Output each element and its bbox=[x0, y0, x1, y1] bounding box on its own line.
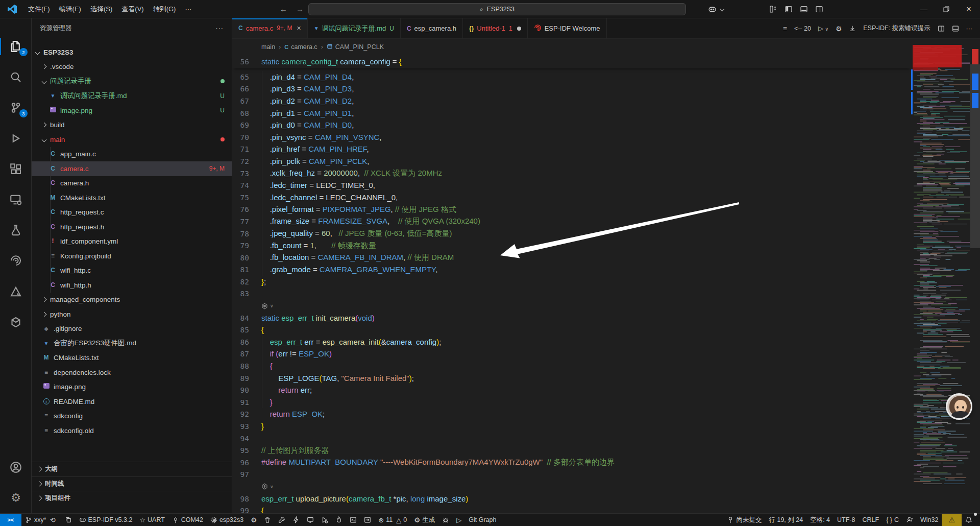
action-run-settings[interactable]: ⚙ bbox=[832, 25, 845, 33]
status-problems[interactable]: ⊗11△0 bbox=[375, 514, 410, 526]
status-terminal[interactable] bbox=[346, 514, 360, 526]
code-row[interactable]: 92 return ESP_OK; bbox=[232, 409, 911, 421]
tree-item-README.md[interactable]: iREADME.md bbox=[32, 394, 232, 409]
action-run-c-file[interactable]: ▷ ∨ bbox=[815, 25, 832, 32]
tree-item-[interactable]: 问题记录手册 bbox=[32, 74, 232, 89]
code-line-text[interactable]: return err; bbox=[261, 386, 312, 395]
status-language-mode[interactable]: { }C bbox=[883, 514, 902, 526]
code-line-text[interactable]: .pin_vsync = CAM_PIN_VSYNC, bbox=[261, 133, 382, 142]
tree-item-app_main.c[interactable]: Capp_main.c bbox=[32, 147, 232, 162]
status-duplicate-session[interactable] bbox=[61, 514, 76, 526]
activity-testing[interactable] bbox=[0, 219, 32, 242]
status-espidf-version[interactable]: ESP-IDF v5.3.2 bbox=[76, 514, 136, 526]
code-area[interactable]: 65 .pin_d4 = CAM_PIN_D4,66 .pin_d3 = CAM… bbox=[232, 71, 911, 513]
status-eol[interactable]: CRLF bbox=[859, 514, 883, 526]
code-line-text[interactable]: ESP_LOGE(TAG, "Camera Init Failed"); bbox=[261, 374, 414, 383]
tab-camera.c[interactable]: Ccamera.c9+, M× bbox=[232, 18, 308, 38]
activity-espidf-tools[interactable] bbox=[0, 280, 32, 303]
customize-layout-icon[interactable] bbox=[766, 3, 781, 16]
status-remote[interactable]: >< bbox=[0, 514, 21, 526]
activity-search[interactable] bbox=[0, 65, 32, 89]
window-restore-button[interactable] bbox=[935, 0, 958, 18]
tree-item-camera.c[interactable]: Ccamera.c9+, M bbox=[32, 161, 232, 176]
code-line-text[interactable]: .pin_pclk = CAM_PIN_PCLK, bbox=[261, 157, 369, 166]
code-row[interactable]: 86 esp_err_t err = esp_camera_init(&came… bbox=[232, 336, 911, 348]
code-row[interactable]: 82}; bbox=[232, 276, 911, 288]
menu-F[interactable]: 文件(F) bbox=[23, 0, 55, 18]
code-row[interactable]: 80 .fb_location = CAMERA_FB_IN_DRAM, // … bbox=[232, 252, 911, 264]
action-outline-list[interactable]: ≡ bbox=[779, 25, 791, 33]
code-line-text[interactable]: .fb_location = CAMERA_FB_IN_DRAM, // 使用 … bbox=[261, 253, 454, 262]
code-line-text[interactable]: .ledc_channel = LEDC_CHANNEL_0, bbox=[261, 193, 398, 202]
nav-forward-icon[interactable]: → bbox=[292, 5, 308, 13]
tab-esp_camera.h[interactable]: Cesp_camera.h bbox=[401, 18, 463, 38]
status-erase-flash[interactable] bbox=[332, 514, 346, 526]
status-flash-method-uart[interactable]: ☆UART bbox=[136, 514, 168, 526]
line-number[interactable]: 80 bbox=[232, 254, 249, 262]
status-device-target[interactable]: esp32s3 bbox=[207, 514, 247, 526]
code-line-text[interactable]: .pin_d0 = CAM_PIN_D0, bbox=[261, 121, 354, 130]
code-row[interactable]: 72 .pin_pclk = CAM_PIN_PCLK, bbox=[232, 155, 911, 168]
tab-Untitled-1[interactable]: {}Untitled-11 bbox=[463, 18, 528, 38]
line-number[interactable]: 95 bbox=[232, 446, 249, 455]
status-bug[interactable] bbox=[438, 514, 453, 526]
line-number[interactable]: 71 bbox=[232, 145, 249, 153]
code-row[interactable]: 84static esp_err_t init_camera(void) bbox=[232, 312, 911, 324]
window-minimize-button[interactable]: — bbox=[913, 0, 935, 18]
tab-ESP-IDFWelcome[interactable]: ESP-IDF Welcome bbox=[528, 18, 607, 38]
menu-V[interactable]: 查看(V) bbox=[117, 0, 148, 18]
line-number[interactable]: 89 bbox=[232, 374, 249, 382]
code-line-text[interactable]: .ledc_timer = LEDC_TIMER_0, bbox=[261, 181, 375, 190]
tree-item-Kconfig.projbuild[interactable]: ≡Kconfig.projbuild bbox=[32, 249, 232, 264]
tree-item-wifi_http.h[interactable]: Cwifi_http.h bbox=[32, 278, 232, 293]
status-menuconfig[interactable]: ⚙ bbox=[247, 514, 260, 526]
line-number[interactable]: 94 bbox=[232, 435, 249, 443]
code-row[interactable]: 99{ bbox=[232, 505, 911, 513]
code-line-text[interactable]: esp_err_t err = esp_camera_init(&camera_… bbox=[261, 338, 441, 347]
section-timeline[interactable]: 时间线 bbox=[32, 476, 232, 491]
line-number[interactable]: 86 bbox=[232, 338, 249, 346]
code-line-text[interactable]: } bbox=[261, 398, 273, 407]
status-monitor[interactable] bbox=[303, 514, 317, 526]
code-row[interactable]: 93} bbox=[232, 420, 911, 433]
line-number[interactable]: 69 bbox=[232, 121, 249, 129]
status-esp-tool[interactable] bbox=[902, 514, 917, 526]
code-line-text[interactable]: { bbox=[261, 506, 264, 513]
sticky-scroll-line[interactable]: 56static camera_config_t camera_config =… bbox=[232, 55, 911, 68]
status-git-graph[interactable]: Git Graph bbox=[465, 514, 500, 526]
code-line-text[interactable]: .pin_d3 = CAM_PIN_D3, bbox=[261, 84, 354, 93]
editor-scrollbar[interactable] bbox=[970, 45, 980, 513]
action-more-actions[interactable]: ··· bbox=[963, 25, 976, 32]
status-warning-box[interactable]: ⚠ bbox=[942, 514, 962, 526]
status-encoding[interactable]: UTF-8 bbox=[834, 514, 859, 526]
code-row[interactable]: 75 .ledc_channel = LEDC_CHANNEL_0, bbox=[232, 192, 911, 204]
toggle-sidebar-icon[interactable] bbox=[781, 3, 796, 16]
code-row[interactable]: 69 .pin_d0 = CAM_PIN_D0, bbox=[232, 119, 911, 131]
code-line-text[interactable]: .frame_size = FRAMESIZE_SVGA, // 使用 QVGA… bbox=[261, 217, 480, 226]
status-build[interactable]: ⚙生成 bbox=[410, 514, 438, 526]
code-row[interactable]: 74 .ledc_timer = LEDC_TIMER_0, bbox=[232, 179, 911, 192]
code-row[interactable]: 70 .pin_vsync = CAM_PIN_VSYNC, bbox=[232, 131, 911, 144]
section-outline[interactable]: 大纲 bbox=[32, 462, 232, 476]
activity-account[interactable] bbox=[0, 456, 32, 479]
line-number[interactable]: 70 bbox=[232, 133, 249, 141]
line-number[interactable]: 82 bbox=[232, 278, 249, 286]
code-line-text[interactable]: .pin_d1 = CAM_PIN_D1, bbox=[261, 109, 354, 118]
action-install[interactable] bbox=[845, 25, 860, 32]
action-espidf-search-error[interactable]: ESP-IDF: 搜索错误提示 bbox=[860, 24, 934, 33]
activity-espidf-explorer[interactable] bbox=[0, 249, 32, 273]
tree-item-managed_components[interactable]: managed_components bbox=[32, 293, 232, 307]
line-number[interactable]: 67 bbox=[232, 97, 249, 105]
code-row[interactable]: 89 ESP_LOGE(TAG, "Camera Init Failed"); bbox=[232, 372, 911, 385]
code-row[interactable]: 91 } bbox=[232, 396, 911, 409]
status-commit-status[interactable]: 尚未提交 bbox=[723, 514, 765, 526]
copilot-suggestion-icon[interactable]: ∨ bbox=[261, 303, 274, 309]
menu-[interactable]: ··· bbox=[180, 0, 196, 18]
line-number[interactable]: 85 bbox=[232, 326, 249, 334]
code-row[interactable]: 68 .pin_d1 = CAM_PIN_D1, bbox=[232, 107, 911, 119]
tree-item-image.png[interactable]: image.png bbox=[32, 380, 232, 395]
code-line-text[interactable]: return ESP_OK; bbox=[261, 410, 325, 419]
line-number[interactable]: 75 bbox=[232, 194, 249, 202]
code-row[interactable]: 94 bbox=[232, 433, 911, 445]
tree-item-dependencies.lock[interactable]: ≡dependencies.lock bbox=[32, 365, 232, 380]
